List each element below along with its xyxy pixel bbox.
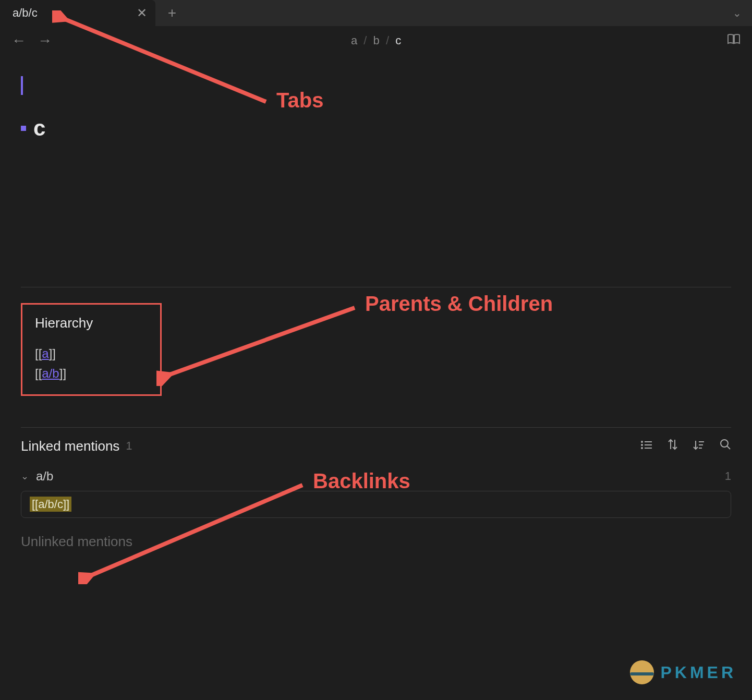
breadcrumb[interactable]: a / b / c <box>351 34 401 47</box>
linked-mentions-title: Linked mentions <box>21 438 119 454</box>
breadcrumb-sep: / <box>386 34 389 47</box>
watermark-text: PKMER <box>660 663 736 682</box>
close-icon[interactable]: ✕ <box>137 6 147 20</box>
breadcrumb-b[interactable]: b <box>373 34 380 47</box>
hierarchy-link-a[interactable]: a <box>42 346 48 360</box>
nav-bar: ← → a / b / c <box>0 26 752 55</box>
show-context-icon[interactable] <box>693 439 705 453</box>
arrow-icon <box>156 303 360 386</box>
watermark: PKMER <box>630 660 736 684</box>
tab-active[interactable]: a/b/c ✕ <box>0 0 155 26</box>
linked-mentions-count: 1 <box>126 439 132 453</box>
tab-title: a/b/c <box>13 6 38 20</box>
breadcrumb-sep: / <box>363 34 367 47</box>
chevron-down-icon[interactable]: ⌄ <box>21 470 29 482</box>
hierarchy-panel: Hierarchy [[a]] [[a/b]] <box>21 303 162 396</box>
divider <box>21 287 731 287</box>
svg-point-2 <box>641 444 642 445</box>
sort-icon[interactable] <box>668 439 678 453</box>
svg-line-12 <box>167 308 355 376</box>
hierarchy-link-1: [[a]] <box>35 344 148 364</box>
mention-group-name: a/b <box>36 469 53 484</box>
hierarchy-title: Hierarchy <box>35 315 148 331</box>
forward-icon[interactable]: → <box>38 32 52 49</box>
back-icon[interactable]: ← <box>11 32 26 49</box>
tab-bar: a/b/c ✕ + ⌄ <box>0 0 752 26</box>
svg-point-4 <box>641 448 642 449</box>
breadcrumb-c: c <box>395 34 401 47</box>
linked-mentions-header[interactable]: Linked mentions 1 <box>21 438 731 454</box>
reading-view-icon[interactable] <box>727 33 741 48</box>
mention-group[interactable]: ⌄ a/b 1 <box>21 469 731 484</box>
breadcrumb-a[interactable]: a <box>351 34 357 47</box>
tab-dropdown-icon[interactable]: ⌄ <box>733 7 742 19</box>
svg-line-10 <box>727 446 730 449</box>
unlinked-mentions-header[interactable]: Unlinked mentions <box>21 534 731 550</box>
heading: c <box>21 116 731 141</box>
cursor-indicator <box>21 76 23 95</box>
annotation-parents: Parents & Children <box>365 292 553 316</box>
backlinks-panel: Linked mentions 1 ⌄ a/b 1 [[a/b/c]] Unli… <box>0 428 752 560</box>
mention-text: [[a/b/c]] <box>30 497 71 512</box>
heading-marker-icon <box>21 126 26 131</box>
search-icon[interactable] <box>720 439 731 453</box>
svg-point-9 <box>721 440 728 447</box>
svg-point-0 <box>641 441 642 442</box>
collapse-list-icon[interactable] <box>640 439 653 453</box>
heading-text: c <box>33 116 45 141</box>
backlinks-toolbar <box>640 439 731 453</box>
hierarchy-link-ab[interactable]: a/b <box>42 366 59 380</box>
editor-content[interactable]: c <box>0 55 752 141</box>
mention-group-count: 1 <box>725 469 731 483</box>
add-tab-icon[interactable]: + <box>168 5 176 21</box>
watermark-logo-icon <box>630 660 654 684</box>
hierarchy-link-2: [[a/b]] <box>35 364 148 383</box>
mention-item[interactable]: [[a/b/c]] <box>21 491 731 518</box>
